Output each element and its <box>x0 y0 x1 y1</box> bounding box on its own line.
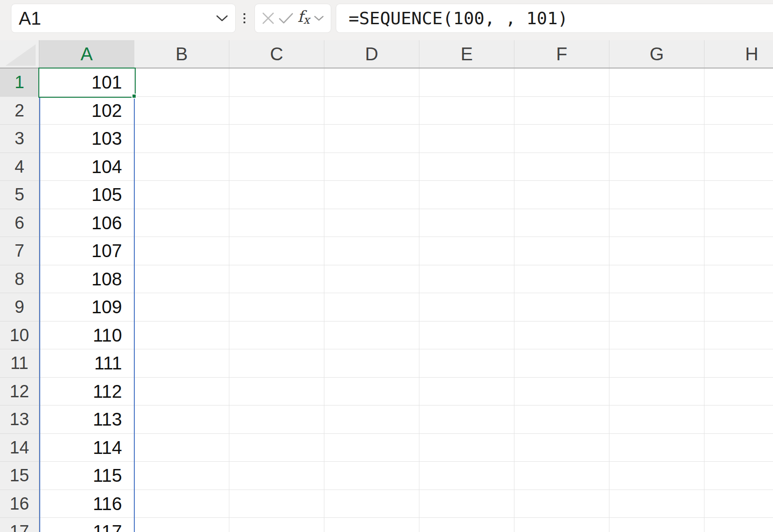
cell-f12[interactable] <box>514 378 609 406</box>
cell-d14[interactable] <box>324 434 419 462</box>
cell-b1[interactable] <box>134 68 229 97</box>
column-header-h[interactable]: H <box>704 40 773 68</box>
cell-e11[interactable] <box>419 349 514 378</box>
select-all-button[interactable] <box>0 40 39 68</box>
cell-c17[interactable] <box>229 518 324 532</box>
row-header-13[interactable]: 13 <box>0 406 39 434</box>
cell-b13[interactable] <box>134 406 229 434</box>
cell-f15[interactable] <box>514 462 609 490</box>
cancel-icon[interactable] <box>262 12 275 25</box>
cell-f7[interactable] <box>514 237 609 265</box>
toolbar-drag-handle-icon[interactable] <box>242 4 247 33</box>
cell-f9[interactable] <box>514 293 609 321</box>
cell-c13[interactable] <box>229 406 324 434</box>
cell-a1[interactable]: 101 <box>39 68 134 97</box>
cell-h8[interactable] <box>704 265 773 294</box>
column-header-c[interactable]: C <box>229 40 324 68</box>
cell-b8[interactable] <box>134 265 229 294</box>
column-header-a[interactable]: A <box>39 40 134 68</box>
cell-f3[interactable] <box>514 125 609 153</box>
cell-b7[interactable] <box>134 237 229 265</box>
row-header-8[interactable]: 8 <box>0 265 39 294</box>
cell-c2[interactable] <box>229 97 324 125</box>
cell-d4[interactable] <box>324 153 419 181</box>
row-header-7[interactable]: 7 <box>0 237 39 265</box>
cell-g2[interactable] <box>609 97 704 125</box>
cell-b15[interactable] <box>134 462 229 490</box>
cell-a10[interactable]: 110 <box>39 321 134 350</box>
cell-b9[interactable] <box>134 293 229 321</box>
row-header-15[interactable]: 15 <box>0 462 39 490</box>
row-header-16[interactable]: 16 <box>0 490 39 518</box>
cell-a12[interactable]: 112 <box>39 378 134 406</box>
cell-f6[interactable] <box>514 209 609 237</box>
cell-d10[interactable] <box>324 321 419 350</box>
cell-f13[interactable] <box>514 406 609 434</box>
cell-c5[interactable] <box>229 181 324 209</box>
cell-h17[interactable] <box>704 518 773 532</box>
fill-handle[interactable] <box>132 94 137 99</box>
cell-e15[interactable] <box>419 462 514 490</box>
cell-g1[interactable] <box>609 68 704 97</box>
cell-h10[interactable] <box>704 321 773 350</box>
cell-a13[interactable]: 113 <box>39 406 134 434</box>
cell-b16[interactable] <box>134 490 229 518</box>
cell-a16[interactable]: 116 <box>39 490 134 518</box>
cell-h14[interactable] <box>704 434 773 462</box>
cell-e10[interactable] <box>419 321 514 350</box>
cell-g13[interactable] <box>609 406 704 434</box>
cell-h6[interactable] <box>704 209 773 237</box>
row-header-12[interactable]: 12 <box>0 378 39 406</box>
cell-f10[interactable] <box>514 321 609 350</box>
cell-e8[interactable] <box>419 265 514 294</box>
cell-a15[interactable]: 115 <box>39 462 134 490</box>
cell-a17[interactable]: 117 <box>39 518 134 532</box>
cell-h2[interactable] <box>704 97 773 125</box>
row-header-6[interactable]: 6 <box>0 209 39 237</box>
column-header-d[interactable]: D <box>324 40 419 68</box>
cell-h5[interactable] <box>704 181 773 209</box>
row-header-11[interactable]: 11 <box>0 349 39 378</box>
cell-e9[interactable] <box>419 293 514 321</box>
cell-a7[interactable]: 107 <box>39 237 134 265</box>
cell-h9[interactable] <box>704 293 773 321</box>
cell-h13[interactable] <box>704 406 773 434</box>
cell-d1[interactable] <box>324 68 419 97</box>
cell-g6[interactable] <box>609 209 704 237</box>
cell-h12[interactable] <box>704 378 773 406</box>
column-header-f[interactable]: F <box>514 40 609 68</box>
cell-d6[interactable] <box>324 209 419 237</box>
cell-c16[interactable] <box>229 490 324 518</box>
cell-c9[interactable] <box>229 293 324 321</box>
cell-e12[interactable] <box>419 378 514 406</box>
cell-e13[interactable] <box>419 406 514 434</box>
cell-e14[interactable] <box>419 434 514 462</box>
cell-f4[interactable] <box>514 153 609 181</box>
cell-d9[interactable] <box>324 293 419 321</box>
cell-g11[interactable] <box>609 349 704 378</box>
cell-a4[interactable]: 104 <box>39 153 134 181</box>
enter-check-icon[interactable] <box>279 12 293 24</box>
cell-d15[interactable] <box>324 462 419 490</box>
cell-e7[interactable] <box>419 237 514 265</box>
cell-b11[interactable] <box>134 349 229 378</box>
cell-f16[interactable] <box>514 490 609 518</box>
cell-f17[interactable] <box>514 518 609 532</box>
insert-function-icon[interactable]: fx <box>297 2 310 34</box>
column-header-e[interactable]: E <box>419 40 514 68</box>
cell-g3[interactable] <box>609 125 704 153</box>
cell-g10[interactable] <box>609 321 704 350</box>
row-header-14[interactable]: 14 <box>0 434 39 462</box>
cell-h3[interactable] <box>704 125 773 153</box>
row-header-10[interactable]: 10 <box>0 321 39 350</box>
row-header-2[interactable]: 2 <box>0 97 39 125</box>
cell-a3[interactable]: 103 <box>39 125 134 153</box>
cell-g5[interactable] <box>609 181 704 209</box>
cell-e6[interactable] <box>419 209 514 237</box>
row-header-9[interactable]: 9 <box>0 293 39 321</box>
cell-c10[interactable] <box>229 321 324 350</box>
cell-e5[interactable] <box>419 181 514 209</box>
cell-e2[interactable] <box>419 97 514 125</box>
row-header-4[interactable]: 4 <box>0 153 39 181</box>
cell-c1[interactable] <box>229 68 324 97</box>
